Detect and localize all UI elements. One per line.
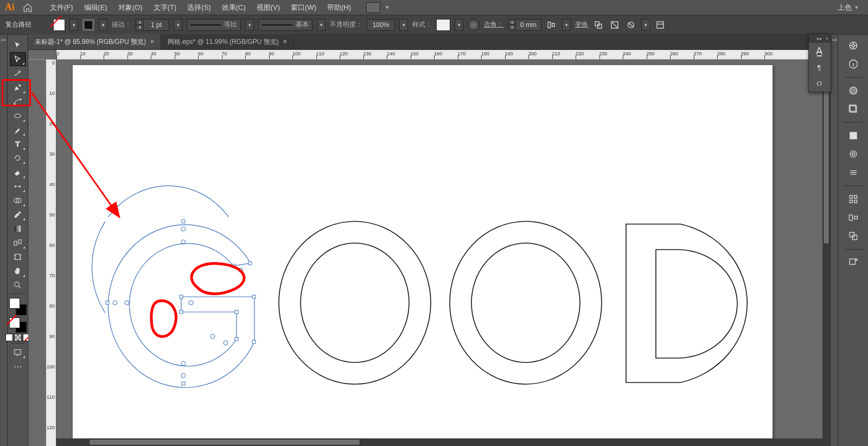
selection-tool[interactable] [10,38,26,52]
arrange-documents-icon[interactable] [366,2,380,13]
info-panel-icon[interactable] [847,58,860,71]
stroke-swatch[interactable] [82,19,94,31]
direct-selection-tool[interactable] [10,52,26,66]
artboard[interactable] [73,65,773,445]
pathfinder-panel-icon[interactable] [847,230,860,243]
stroke-weight-dropdown[interactable]: ▾ [174,19,182,31]
eraser-tool[interactable] [10,165,26,179]
edit-toolbar[interactable]: ⋯ [10,359,26,373]
preferences-icon[interactable] [654,19,666,31]
eyedropper-tool[interactable] [10,207,26,221]
fill-stroke-swatches[interactable] [9,298,27,315]
svg-rect-28 [180,310,183,314]
canvas[interactable] [56,60,830,446]
stroke-weight-field[interactable]: ▴▾ [136,19,169,31]
edit-clip-icon[interactable] [625,19,637,31]
menu-file[interactable]: 文件(F) [44,1,79,15]
isolate-icon[interactable] [609,19,621,31]
svg-point-48 [852,44,854,47]
close-icon[interactable]: × [283,38,287,46]
fill-swatch[interactable] [53,19,65,31]
chevron-down-icon[interactable]: ▾ [386,4,389,11]
menu-view[interactable]: 视图(V) [251,1,285,15]
curvature-tool[interactable] [10,94,26,109]
screen-mode-tool[interactable] [10,345,26,359]
svg-rect-16 [15,349,21,354]
fill-dropdown[interactable]: ▾ [69,19,78,31]
align-dropdown[interactable]: ▾ [562,19,571,31]
character-panel-icon[interactable]: A̲ [809,43,829,59]
vertical-ruler[interactable]: 0102030405060708090100110120 [28,60,56,446]
transform-label[interactable]: 变换 [575,20,588,29]
ellipse-tool[interactable] [10,109,26,123]
brushes-panel-icon[interactable] [847,148,860,161]
fill-stroke-swatches-secondary[interactable] [9,317,27,333]
style-dropdown[interactable]: ▾ [455,19,463,31]
paintbrush-tool[interactable] [10,123,26,137]
menu-effect[interactable]: 效果(C) [216,1,251,15]
zoom-tool[interactable] [10,278,26,292]
gradient-tool[interactable] [10,221,26,235]
menu-object[interactable]: 对象(O) [113,1,148,15]
export-panel-icon[interactable] [847,256,860,269]
document-tab-1[interactable]: 未标题-1* @ 65.98% (RGB/GPU 预览) × [28,34,161,49]
appearance-panel-icon[interactable] [847,84,860,97]
opacity-dropdown[interactable]: ▾ [399,19,408,31]
color-mode-gradient[interactable] [14,334,22,341]
color-panel-icon[interactable] [847,39,860,52]
symbols-panel-icon[interactable] [847,166,860,179]
stroke-weight-input[interactable] [144,20,169,30]
close-icon[interactable]: × [826,36,828,41]
svg-rect-24 [182,382,185,385]
recolor-artwork-icon[interactable] [468,19,480,31]
vertical-scrollbar[interactable] [822,60,830,438]
close-icon[interactable]: × [150,38,154,46]
pen-tool[interactable] [10,80,26,94]
paragraph-panel-icon[interactable]: ¶ [809,59,829,75]
color-mode-solid[interactable] [5,334,13,341]
menu-help[interactable]: 帮助(H) [322,1,356,15]
menu-select[interactable]: 选择(S) [182,1,216,15]
home-icon[interactable] [21,2,35,14]
floating-type-panel[interactable]: ▸▸× A̲ ¶ O [808,34,831,92]
width-tool[interactable] [10,179,26,193]
align-panel-icon[interactable] [546,19,558,31]
artboard-tool[interactable] [10,250,26,264]
left-dock-expander[interactable]: ▸▸ [0,35,8,446]
layers-panel-icon[interactable] [847,103,860,116]
collapse-icon[interactable]: ▸▸ [817,36,822,41]
svg-point-45 [450,221,602,384]
magic-wand-tool[interactable] [10,66,26,80]
opacity-input[interactable] [367,19,395,31]
shape-builder-tool[interactable] [10,193,26,207]
align-panel-icon[interactable] [847,211,860,224]
corner-input[interactable] [516,20,541,30]
stroke-panel-icon[interactable] [847,193,860,206]
menu-window[interactable]: 窗口(W) [285,1,322,15]
rotate-tool[interactable] [10,151,26,165]
clip-dropdown[interactable]: ▾ [641,19,650,31]
menu-edit[interactable]: 编辑(E) [79,1,113,15]
document-tab-2[interactable]: 网格.eps* @ 11.99% (RGB/GPU 预览) × [161,34,294,49]
horizontal-ruler[interactable]: 0102030405060708090100110120130140150160… [28,50,830,60]
blend-tool[interactable] [10,235,26,250]
profile-dropdown[interactable]: ▾ [245,19,254,31]
right-dock-expander[interactable]: ◂◂ [830,35,838,446]
stroke-dropdown[interactable]: ▾ [99,19,107,31]
horizontal-scrollbar[interactable] [56,438,830,446]
brush-dropdown[interactable]: ▾ [317,19,326,31]
variable-width-profile[interactable]: 等比 [187,19,241,31]
brush-definition[interactable]: 基本 [258,19,312,31]
hand-tool[interactable] [10,264,26,278]
workspace-switcher[interactable]: 上色 ▾ [838,3,861,12]
swatches-panel-icon[interactable] [847,129,860,142]
corner-field[interactable]: ▴▾ [508,19,541,31]
ruler-origin[interactable] [28,50,56,60]
color-mode-swatches[interactable] [5,334,30,341]
shapemode-icon[interactable] [592,19,604,31]
opentype-panel-icon[interactable]: O [809,75,829,92]
menu-type[interactable]: 文字(T) [148,1,182,15]
corner-label[interactable]: 边角： [484,20,503,29]
graphic-style-swatch[interactable] [436,19,450,31]
type-tool[interactable] [10,137,26,151]
